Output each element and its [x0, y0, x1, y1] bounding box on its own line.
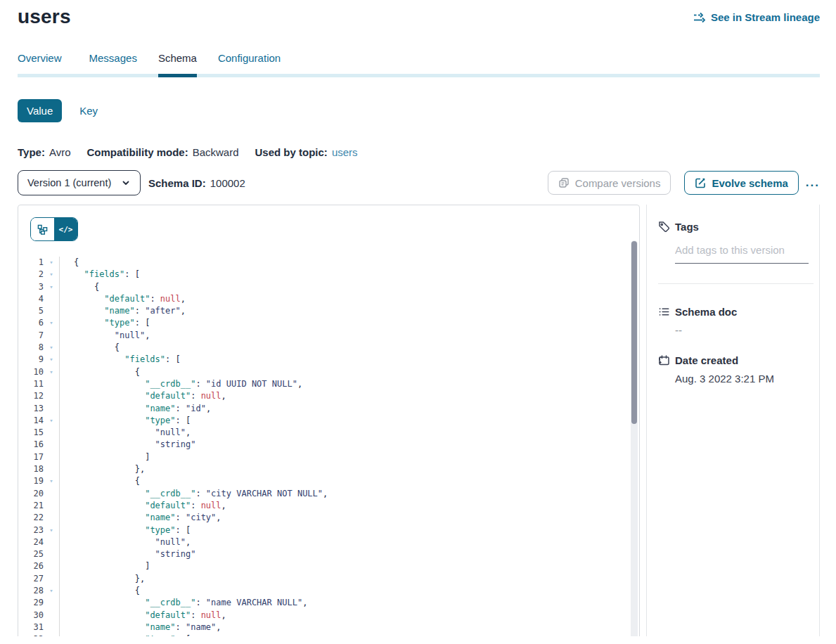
more-actions-button[interactable]: ...: [806, 176, 820, 190]
line-number: 11: [18, 378, 44, 390]
key-toggle-button[interactable]: Key: [79, 105, 98, 117]
code-line: 2▾ "fields": [: [18, 269, 639, 281]
code-line-text: "name": "after",: [60, 305, 186, 317]
code-line: 19▾ {: [18, 475, 639, 487]
fold-toggle-icon[interactable]: ▾: [44, 366, 59, 378]
code-editor[interactable]: 1▾{2▾ "fields": [3▾ {4 "default": null,5…: [18, 257, 639, 636]
code-line: 23▾ "type": [: [18, 524, 639, 536]
code-line-text: "type": [: [60, 415, 191, 427]
code-line: 4 "default": null,: [18, 293, 639, 305]
code-line-text: "string": [60, 439, 195, 451]
version-select[interactable]: Version 1 (current): [18, 170, 141, 195]
date-created-value: Aug. 3 2022 3:21 PM: [675, 373, 808, 385]
chevron-down-icon: [121, 178, 131, 188]
code-line: 26 ]: [18, 560, 639, 572]
fold-gutter-empty: [44, 512, 59, 524]
fold-gutter-empty: [44, 622, 59, 633]
active-tab-indicator: [158, 74, 197, 77]
line-number: 21: [18, 500, 44, 512]
line-number: 19: [18, 475, 44, 487]
fold-toggle-icon[interactable]: ▾: [44, 281, 59, 293]
tags-section-title: Tags: [675, 221, 699, 233]
editor-toolbar: </>: [18, 205, 639, 241]
type-label: Type:: [18, 146, 45, 158]
code-line-text: "null",: [60, 427, 191, 439]
code-line: 17 ]: [18, 451, 639, 463]
code-line: 24 "null",: [18, 536, 639, 548]
code-line: 7 "null",: [18, 330, 639, 342]
fold-toggle-icon[interactable]: ▾: [44, 257, 59, 269]
topic-link[interactable]: users: [332, 146, 358, 158]
line-number: 10: [18, 366, 44, 378]
code-line: 10▾ {: [18, 366, 639, 378]
line-number: 18: [18, 463, 44, 475]
fold-toggle-icon[interactable]: ▾: [44, 354, 59, 366]
schema-page: users See in Stream lineage Overview Mes…: [0, 0, 836, 644]
fold-toggle-icon[interactable]: ▾: [44, 633, 59, 636]
code-line: 28▾ {: [18, 585, 639, 597]
line-number: 15: [18, 427, 44, 439]
fold-toggle-icon[interactable]: ▾: [44, 585, 59, 597]
fold-gutter-empty: [44, 610, 59, 622]
line-number: 2: [18, 269, 44, 281]
tab-schema[interactable]: Schema: [158, 52, 197, 74]
fold-toggle-icon[interactable]: ▾: [44, 524, 59, 536]
stream-lineage-link[interactable]: See in Stream lineage: [693, 11, 820, 23]
code-line: 21 "default": null,: [18, 500, 639, 512]
fold-gutter-empty: [44, 500, 59, 512]
editor-scrollbar-thumb[interactable]: [631, 241, 637, 424]
date-created-heading: Date created: [658, 354, 808, 366]
sidebar-divider: [658, 283, 814, 284]
stream-lineage-label: See in Stream lineage: [711, 11, 820, 23]
compare-versions-label: Compare versions: [575, 177, 661, 189]
tab-configuration[interactable]: Configuration: [218, 52, 281, 74]
line-number: 25: [18, 548, 44, 560]
line-number: 20: [18, 488, 44, 500]
line-number: 5: [18, 305, 44, 317]
fold-toggle-icon[interactable]: ▾: [44, 475, 59, 487]
code-line: 3▾ {: [18, 281, 639, 293]
code-line-text: "name": "id",: [60, 403, 211, 415]
line-number: 28: [18, 585, 44, 597]
value-key-toggle: Value Key: [18, 99, 820, 122]
tab-overview[interactable]: Overview: [18, 52, 62, 74]
code-line: 22 "name": "city",: [18, 512, 639, 524]
code-line-text: {: [60, 475, 140, 487]
code-line: 29 "__crdb__": "name VARCHAR NULL",: [18, 597, 639, 609]
schema-id: Schema ID: 100002: [148, 177, 245, 189]
code-line-text: ]: [60, 560, 150, 572]
line-number: 6: [18, 317, 44, 329]
line-number: 1: [18, 257, 44, 269]
fold-toggle-icon[interactable]: ▾: [44, 342, 59, 354]
code-view-button[interactable]: </>: [54, 218, 77, 240]
fold-toggle-icon[interactable]: ▾: [44, 269, 59, 281]
fold-toggle-icon[interactable]: ▾: [44, 317, 59, 329]
tree-view-button[interactable]: [31, 218, 54, 240]
schema-doc-heading: Schema doc: [658, 306, 808, 318]
code-line: 15 "null",: [18, 427, 639, 439]
calendar-plus-icon: [658, 354, 670, 366]
evolve-schema-button[interactable]: Evolve schema: [684, 171, 798, 195]
meta-type: Type: Avro: [18, 146, 70, 158]
line-number: 31: [18, 622, 44, 633]
schema-main: </> 1▾{2▾ "fields": [3▾ {4 "default": nu…: [18, 205, 820, 636]
schema-id-value: 100002: [210, 177, 245, 189]
code-line-text: ]: [60, 451, 150, 463]
tab-messages[interactable]: Messages: [89, 52, 137, 74]
fold-gutter-empty: [44, 439, 59, 451]
date-created-section: Date created Aug. 3 2022 3:21 PM: [658, 354, 808, 385]
code-line-text: "type": [: [60, 633, 191, 636]
value-toggle-button[interactable]: Value: [18, 99, 62, 122]
tags-input[interactable]: [675, 244, 809, 264]
code-line: 5 "name": "after",: [18, 305, 639, 317]
editor-scrollbar: [631, 240, 638, 636]
code-line: 14▾ "type": [: [18, 415, 639, 427]
edit-icon: [695, 177, 706, 188]
fold-gutter-empty: [44, 548, 59, 560]
code-line: 6▾ "type": [: [18, 317, 639, 329]
compare-versions-button[interactable]: Compare versions: [548, 171, 671, 195]
code-line: 13 "name": "id",: [18, 403, 639, 415]
list-icon: [658, 306, 670, 318]
fold-gutter-empty: [44, 427, 59, 439]
fold-toggle-icon[interactable]: ▾: [44, 415, 59, 427]
